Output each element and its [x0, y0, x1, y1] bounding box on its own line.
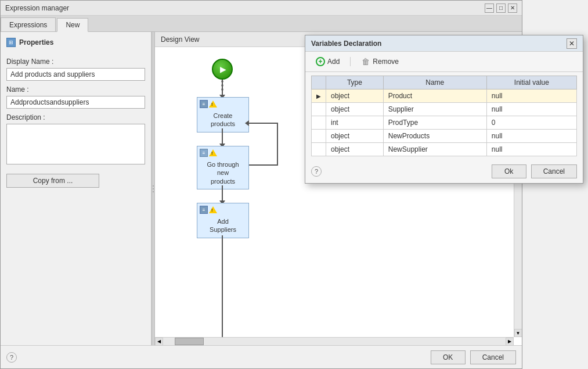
go-through-products-node[interactable]: ≡ Go throughnewproducts [197, 146, 249, 189]
start-node: ▶ [212, 59, 233, 80]
tab-new[interactable]: New [57, 18, 88, 32]
go-through-icons: ≡ [200, 149, 217, 157]
display-name-input[interactable] [6, 68, 145, 81]
row-type-cell: object [326, 89, 384, 103]
bottom-bar: ? OK Cancel [1, 345, 522, 368]
go-through-label: Go throughnewproducts [207, 160, 239, 185]
row-initial-value-cell: 0 [486, 116, 576, 130]
close-button[interactable]: ✕ [508, 3, 517, 13]
minimize-button[interactable]: — [485, 3, 494, 13]
row-name-cell: ProdType [383, 116, 486, 130]
remove-icon: 🗑 [361, 57, 370, 66]
dialog-toolbar: + Add 🗑 Remove [305, 52, 583, 72]
row-type-cell: object [326, 103, 384, 116]
node-sq-icon: ≡ [200, 100, 208, 108]
remove-label: Remove [373, 58, 399, 66]
row-arrow-cell [312, 143, 326, 156]
loop-h-right [249, 164, 278, 166]
add-icon: + [316, 57, 325, 66]
add-variable-button[interactable]: + Add [311, 55, 344, 68]
scroll-left-button[interactable]: ◀ [155, 338, 163, 346]
dialog-footer: ? Ok Cancel [305, 160, 583, 183]
cancel-button[interactable]: Cancel [470, 350, 516, 364]
add-suppliers-warning [209, 206, 217, 213]
play-icon: ▶ [220, 65, 226, 74]
properties-header: ⊞ Properties [6, 38, 145, 47]
title-bar-controls: — □ ✕ [485, 3, 517, 13]
add-suppliers-node[interactable]: ≡ AddSuppliers [197, 203, 249, 238]
resizer-dot [153, 188, 154, 189]
description-textarea[interactable] [6, 124, 145, 164]
row-initial-value-cell: null [486, 143, 576, 156]
scroll-right-button[interactable]: ▶ [506, 338, 514, 346]
loop-v-up [277, 123, 278, 166]
resizer-dot [153, 191, 154, 192]
scroll-down-button[interactable]: ▼ [514, 329, 522, 337]
left-panel: ⊞ Properties Display Name : Name : Descr… [1, 32, 151, 345]
table-row[interactable]: ▶objectProductnull [312, 89, 577, 103]
row-arrow-cell: ▶ [312, 89, 326, 103]
loop-h-left [249, 123, 278, 124]
warning-icon [209, 101, 217, 108]
dialog-title: Variables Declaration [311, 40, 381, 48]
dialog-help-icon[interactable]: ? [311, 166, 322, 177]
create-products-label: Createproducts [211, 112, 235, 128]
col-type: Type [326, 76, 384, 89]
dialog-cancel-button[interactable]: Cancel [531, 164, 577, 178]
add-suppliers-label: AddSuppliers [210, 217, 236, 234]
window-title: Expression manager [5, 4, 69, 12]
row-name-cell: Supplier [383, 103, 486, 116]
properties-icon: ⊞ [6, 38, 16, 47]
table-row[interactable]: objectNewSuppliernull [312, 143, 577, 156]
maximize-button[interactable]: □ [496, 3, 506, 13]
row-type-cell: object [326, 130, 384, 143]
help-icon[interactable]: ? [6, 352, 17, 363]
resizer-dot [153, 185, 154, 187]
add-label: Add [327, 58, 340, 66]
remove-variable-button[interactable]: 🗑 Remove [356, 55, 403, 68]
create-products-node[interactable]: ≡ Createproducts [197, 97, 249, 132]
row-arrow-cell [312, 130, 326, 143]
table-row[interactable]: objectNewProductsnull [312, 130, 577, 143]
toolbar-divider [350, 57, 351, 66]
display-name-label: Display Name : [6, 58, 145, 66]
name-label: Name : [6, 85, 145, 94]
row-type-cell: int [326, 116, 384, 130]
dialog-title-bar: Variables Declaration ✕ [305, 35, 583, 52]
copy-from-button[interactable]: Copy from ... [6, 174, 99, 188]
name-input[interactable] [6, 96, 145, 109]
row-name-cell: NewProducts [383, 130, 486, 143]
loop-arrow-head [245, 120, 249, 126]
row-initial-value-cell: null [486, 130, 576, 143]
variables-table-container: Type Name Initial value ▶objectProductnu… [305, 72, 583, 160]
dialog-close-button[interactable]: ✕ [567, 38, 577, 49]
table-row[interactable]: objectSuppliernull [312, 103, 577, 116]
row-type-cell: object [326, 143, 384, 156]
row-initial-value-cell: null [486, 103, 576, 116]
row-arrow-cell [312, 116, 326, 130]
col-initial-value: Initial value [486, 76, 576, 89]
title-bar: Expression manager — □ ✕ [1, 1, 522, 16]
go-through-warning [209, 149, 217, 156]
add-suppliers-sq-icon: ≡ [200, 206, 208, 214]
tab-expressions[interactable]: Expressions [1, 17, 56, 31]
add-suppliers-icons: ≡ [200, 206, 217, 214]
row-arrow-cell [312, 103, 326, 116]
scroll-horizontal[interactable]: ◀ ▶ [155, 337, 514, 345]
col-name: Name [383, 76, 486, 89]
table-row[interactable]: intProdType0 [312, 116, 577, 130]
go-through-sq-icon: ≡ [200, 149, 208, 157]
tab-bar: Expressions New [1, 16, 522, 32]
scroll-h-thumb[interactable] [175, 338, 204, 345]
row-name-cell: Product [383, 89, 486, 103]
description-label: Description : [6, 113, 145, 121]
table-header-row: Type Name Initial value [312, 76, 577, 89]
col-arrow [312, 76, 326, 89]
row-initial-value-cell: null [486, 89, 576, 103]
create-node-icons: ≡ [200, 100, 217, 108]
ok-button[interactable]: OK [431, 350, 466, 364]
variables-table: Type Name Initial value ▶objectProductnu… [311, 76, 577, 156]
row-name-cell: NewSupplier [383, 143, 486, 156]
properties-title: Properties [19, 38, 53, 46]
dialog-ok-button[interactable]: Ok [492, 164, 526, 178]
